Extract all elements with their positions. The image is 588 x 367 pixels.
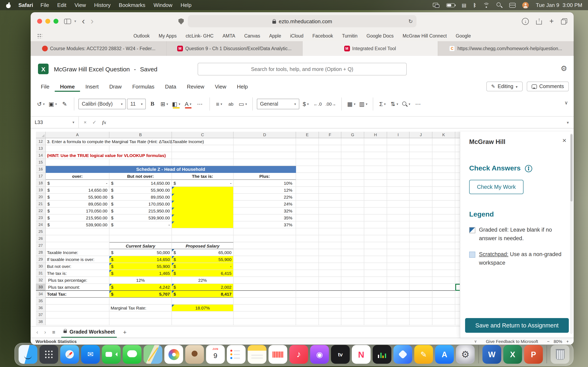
cell-G33[interactable] xyxy=(341,284,364,291)
dock-icon-photo-booth[interactable] xyxy=(185,345,204,364)
cell-J32[interactable] xyxy=(410,277,432,284)
cell-A34[interactable]: Total Tax: xyxy=(46,291,109,298)
formula-input[interactable] xyxy=(111,117,562,128)
zoom-window-button[interactable] xyxy=(53,19,58,24)
prev-sheet-button[interactable]: ‹ xyxy=(36,329,38,335)
autosum-button[interactable]: Σ▾ xyxy=(377,98,388,110)
font-size-button[interactable]: 11▾ xyxy=(127,99,146,109)
cell-I12[interactable] xyxy=(387,138,410,145)
cell-A22[interactable]: $170,050.00 xyxy=(46,208,109,215)
cell-H34[interactable] xyxy=(364,291,387,298)
cell-C38[interactable] xyxy=(172,318,233,325)
cell-C33[interactable]: $2,002 xyxy=(172,284,233,291)
cell-A30[interactable]: But not over: xyxy=(46,263,109,270)
row-header-32[interactable]: 32 xyxy=(36,277,46,284)
cell-A26[interactable] xyxy=(46,235,109,242)
cell-J37[interactable] xyxy=(410,312,432,318)
status-chevron-icon[interactable]: ∨ xyxy=(474,339,477,343)
cell-K35[interactable] xyxy=(432,298,455,305)
cell-K29[interactable] xyxy=(432,256,455,263)
editing-mode-button[interactable]: Editing xyxy=(486,82,522,91)
menu-item[interactable]: History xyxy=(94,2,111,8)
active-app-menu[interactable]: Safari xyxy=(18,2,33,8)
column-header-H[interactable]: H xyxy=(364,132,387,138)
menu-item[interactable]: File xyxy=(40,2,49,8)
cell-styles-button[interactable]: ▦▾ xyxy=(346,98,357,110)
cell-G24[interactable] xyxy=(341,221,364,228)
row-header-21[interactable]: 21 xyxy=(36,201,46,208)
cell-D34[interactable] xyxy=(233,291,296,298)
cell-J27[interactable] xyxy=(410,242,432,249)
cell-E12[interactable] xyxy=(296,138,319,145)
merge-center-button[interactable]: ▭▾ xyxy=(237,98,248,110)
cell-A17[interactable]: over: xyxy=(46,173,109,180)
cell-D38[interactable] xyxy=(233,318,296,325)
row-header-16[interactable]: 16 xyxy=(36,166,46,173)
control-center-icon[interactable] xyxy=(509,3,515,8)
cell-B27[interactable]: Current Salary xyxy=(109,242,172,249)
cell-C31[interactable]: $6,415 xyxy=(172,270,233,277)
cell-J22[interactable] xyxy=(410,208,432,215)
cell-D36[interactable] xyxy=(233,305,296,312)
close-window-button[interactable] xyxy=(37,19,42,24)
menu-item[interactable]: View xyxy=(75,2,86,8)
cell-D15[interactable] xyxy=(233,159,296,166)
cell-I28[interactable] xyxy=(387,249,410,256)
cell-D29[interactable] xyxy=(233,256,296,263)
cell-D25[interactable] xyxy=(233,228,296,235)
dock-icon-finder[interactable] xyxy=(18,345,37,364)
cell-G32[interactable] xyxy=(341,277,364,284)
bookmark-item[interactable]: Google xyxy=(456,33,471,38)
column-header-I[interactable]: I xyxy=(387,132,410,138)
cell-E17[interactable] xyxy=(296,173,319,180)
bookmark-item[interactable]: Canvas xyxy=(244,33,260,38)
cell-E15[interactable] xyxy=(296,159,319,166)
cell-H32[interactable] xyxy=(364,277,387,284)
cell-J26[interactable] xyxy=(410,235,432,242)
cell-I21[interactable] xyxy=(387,201,410,208)
alignment-button[interactable]: ≡▾ xyxy=(214,98,224,110)
cell-H20[interactable] xyxy=(364,194,387,201)
cell-J24[interactable] xyxy=(410,221,432,228)
cell-J34[interactable] xyxy=(410,291,432,298)
clipboard-paste-button[interactable]: ▣▾ xyxy=(47,98,58,110)
cell-C26[interactable] xyxy=(172,235,233,242)
cell-C14[interactable] xyxy=(172,152,233,159)
cell-D30[interactable] xyxy=(233,263,296,270)
cell-A20[interactable]: $55,900.00 xyxy=(46,194,109,201)
dock-icon-maps[interactable] xyxy=(144,345,162,364)
cell-E30[interactable] xyxy=(296,263,319,270)
bookmark-item[interactable]: My Apps xyxy=(159,33,177,38)
cell-C13[interactable] xyxy=(172,145,233,152)
row-header-15[interactable]: 15 xyxy=(36,159,46,166)
cell-D17[interactable]: Plus: xyxy=(233,173,296,180)
row-header-28[interactable]: 28 xyxy=(36,249,46,256)
cell-F29[interactable] xyxy=(319,256,341,263)
cell-G15[interactable] xyxy=(341,159,364,166)
cell-K36[interactable] xyxy=(432,305,455,312)
cell-I23[interactable] xyxy=(387,215,410,221)
cell-E24[interactable] xyxy=(296,221,319,228)
cell-I38[interactable] xyxy=(387,318,410,325)
address-bar[interactable]: ezto.mheducation.com ↻ xyxy=(188,15,416,27)
cell-A27[interactable] xyxy=(46,242,109,249)
cell-F13[interactable] xyxy=(319,145,341,152)
cell-E13[interactable] xyxy=(296,145,319,152)
cell-A13[interactable] xyxy=(46,145,109,152)
menu-bar-clock[interactable]: Tue Jan 9 3:00 PM xyxy=(536,2,582,8)
cell-K27[interactable] xyxy=(432,242,455,249)
cell-F27[interactable] xyxy=(319,242,341,249)
cell-K28[interactable] xyxy=(432,249,455,256)
dock-icon-launchpad[interactable] xyxy=(39,345,58,364)
cell-E34[interactable] xyxy=(296,291,319,298)
cell-F19[interactable] xyxy=(319,187,341,194)
cell-G36[interactable] xyxy=(341,305,364,312)
cell-A16-merged[interactable]: Schedule Z - Head of Household xyxy=(46,166,296,173)
cell-I18[interactable] xyxy=(387,180,410,187)
bookmarks-grid-icon[interactable] xyxy=(37,33,42,38)
cell-E28[interactable] xyxy=(296,249,319,256)
increase-decimal-button[interactable]: .00→ xyxy=(324,98,337,110)
cell-K16[interactable] xyxy=(432,166,455,173)
cell-G13[interactable] xyxy=(341,145,364,152)
cell-G16[interactable] xyxy=(341,166,364,173)
